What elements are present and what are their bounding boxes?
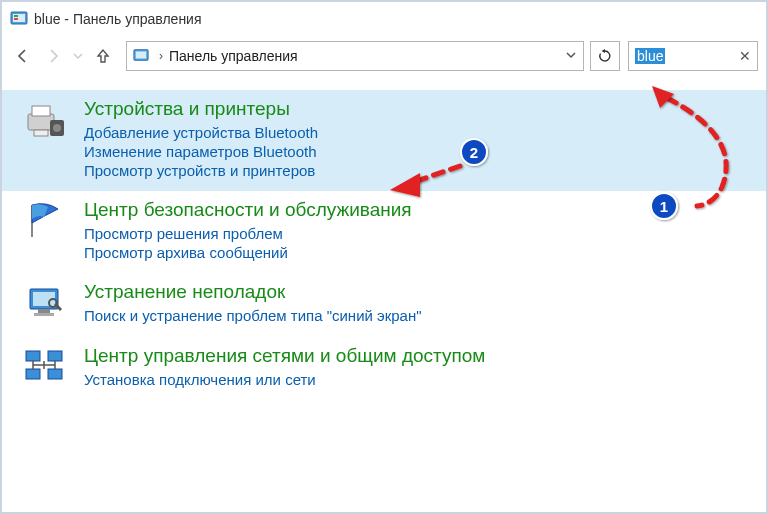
category-link[interactable]: Установка подключения или сети	[84, 371, 746, 388]
category-link[interactable]: Изменение параметров Bluetooth	[84, 143, 746, 160]
svg-rect-17	[48, 351, 62, 361]
back-button[interactable]	[10, 43, 36, 69]
results-list: Устройства и принтеры Добавление устройс…	[2, 76, 766, 413]
svg-point-9	[53, 124, 61, 132]
troubleshoot-icon	[24, 283, 68, 327]
category-network-sharing[interactable]: Центр управления сетями и общим доступом…	[2, 337, 766, 401]
control-panel-icon	[10, 9, 28, 30]
svg-rect-13	[38, 309, 50, 313]
category-link[interactable]: Просмотр устройств и принтеров	[84, 162, 746, 179]
forward-button[interactable]	[40, 43, 66, 69]
toolbar: › Панель управления blue ✕	[2, 36, 766, 76]
search-value: blue	[635, 48, 665, 64]
devices-printers-icon	[24, 100, 68, 144]
svg-rect-19	[48, 369, 62, 379]
category-title[interactable]: Устройства и принтеры	[84, 98, 746, 120]
titlebar: blue - Панель управления	[2, 2, 766, 36]
control-panel-icon	[133, 47, 149, 66]
address-text: Панель управления	[169, 48, 561, 64]
svg-rect-18	[26, 369, 40, 379]
window-title: blue - Панель управления	[34, 11, 202, 27]
svg-rect-7	[32, 106, 50, 116]
address-dropdown[interactable]	[565, 48, 577, 64]
svg-rect-10	[34, 130, 48, 136]
recent-dropdown[interactable]	[70, 43, 86, 69]
category-title[interactable]: Центр безопасности и обслуживания	[84, 199, 746, 221]
svg-rect-14	[34, 313, 54, 316]
refresh-button[interactable]	[590, 41, 620, 71]
category-link[interactable]: Просмотр решения проблем	[84, 225, 746, 242]
category-link[interactable]: Добавление устройства Bluetooth	[84, 124, 746, 141]
category-link[interactable]: Просмотр архива сообщений	[84, 244, 746, 261]
category-title[interactable]: Центр управления сетями и общим доступом	[84, 345, 746, 367]
up-button[interactable]	[90, 43, 116, 69]
search-box[interactable]: blue ✕	[628, 41, 758, 71]
svg-rect-5	[136, 51, 147, 58]
security-flag-icon	[24, 201, 68, 245]
svg-rect-3	[14, 18, 18, 20]
category-title[interactable]: Устранение неполадок	[84, 281, 746, 303]
clear-search-icon[interactable]: ✕	[739, 48, 751, 64]
svg-rect-16	[26, 351, 40, 361]
chevron-right-icon[interactable]: ›	[159, 49, 163, 63]
network-sharing-icon	[24, 347, 68, 391]
category-link[interactable]: Поиск и устранение проблем типа "синий э…	[84, 307, 746, 324]
category-troubleshoot[interactable]: Устранение неполадок Поиск и устранение …	[2, 273, 766, 337]
svg-rect-2	[14, 15, 18, 17]
address-bar[interactable]: › Панель управления	[126, 41, 584, 71]
category-security-center[interactable]: Центр безопасности и обслуживания Просмо…	[2, 191, 766, 273]
category-devices-printers[interactable]: Устройства и принтеры Добавление устройс…	[2, 90, 766, 191]
